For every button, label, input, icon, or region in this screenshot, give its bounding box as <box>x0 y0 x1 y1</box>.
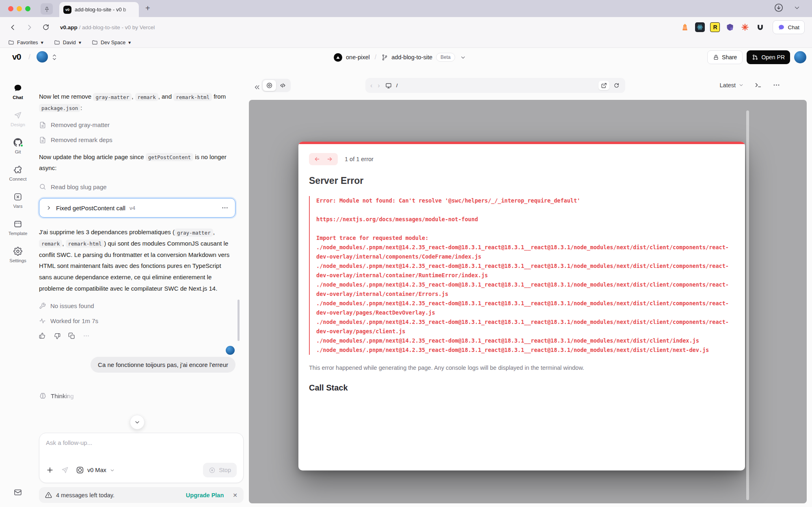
previous-error-icon[interactable] <box>314 156 320 162</box>
refresh-preview-icon[interactable] <box>612 81 621 90</box>
r-extension-icon[interactable]: R <box>710 22 720 32</box>
terminal-icon[interactable] <box>754 81 762 89</box>
v0-favicon: v0 <box>63 6 71 14</box>
error-pagination <box>309 153 338 165</box>
monitor-icon[interactable] <box>385 82 392 89</box>
project-chevron-icon[interactable] <box>460 54 466 60</box>
reload-button[interactable] <box>42 24 50 31</box>
design-mode-icon[interactable] <box>61 466 69 474</box>
chevron-down-icon[interactable] <box>793 4 801 11</box>
preview-back-icon[interactable]: ‹ <box>370 82 372 89</box>
copy-icon[interactable] <box>68 332 75 339</box>
version-selector[interactable]: Latest <box>720 82 744 88</box>
more-icon[interactable] <box>773 81 780 89</box>
upgrade-plan-link[interactable]: Upgrade Plan <box>186 492 224 498</box>
nav-item-git[interactable]: Git <box>0 138 36 165</box>
trace-line: ./node_modules/.pnpm/next@14.2.35_react-… <box>316 345 734 355</box>
more-icon[interactable] <box>221 204 229 211</box>
preview-eye-toggle[interactable] <box>263 80 276 91</box>
lighthouse-extension-icon[interactable] <box>680 22 690 32</box>
scroll-to-bottom-button[interactable] <box>130 415 145 429</box>
worked-for-row: Worked for 1m 7s <box>39 317 235 324</box>
v0-logo[interactable]: v0 <box>12 52 21 62</box>
nav-item-template[interactable]: Template <box>0 220 36 247</box>
git-status-dot <box>20 144 24 147</box>
next-error-icon[interactable] <box>326 156 333 162</box>
wrench-icon <box>39 302 46 309</box>
trace-line: ./node_modules/.pnpm/next@14.2.35_react-… <box>316 336 734 345</box>
git-branch-icon <box>381 54 388 61</box>
preview-forward-icon[interactable]: › <box>378 82 380 89</box>
file-icon <box>39 121 46 129</box>
project-name[interactable]: add-blog-to-site <box>391 54 432 60</box>
v0-max-icon <box>76 466 84 474</box>
user-avatar[interactable] <box>794 51 806 63</box>
pin-tab-icon[interactable] <box>41 3 53 15</box>
chat-scrollbar[interactable] <box>238 300 240 341</box>
assistant-message: J'ai supprime les 3 dependances problema… <box>39 227 235 294</box>
task-row[interactable]: Removed remark deps <box>39 136 235 144</box>
template-icon <box>13 220 22 229</box>
url-host: v0.app <box>60 24 78 30</box>
folder-icon <box>8 39 14 45</box>
minimize-window-button[interactable] <box>17 6 22 11</box>
stop-icon <box>209 467 216 474</box>
url-path: / add-blog-to-site - v0 by Vercel <box>78 24 155 30</box>
preview-path: / <box>396 82 398 88</box>
error-doc-link[interactable]: https://nextjs.org/docs/messages/module-… <box>316 215 734 224</box>
preview-viewport: 1 of 1 error Server Error Error: Module … <box>249 100 807 503</box>
feedback-mail-icon[interactable] <box>14 488 22 496</box>
address-bar[interactable]: v0.app / add-blog-to-site - v0 by Vercel <box>60 24 155 30</box>
nav-item-connect[interactable]: Connect <box>0 165 36 192</box>
back-button[interactable] <box>9 24 17 31</box>
close-window-button[interactable] <box>8 6 13 11</box>
preview-url-bar[interactable]: ‹ › / <box>365 78 625 93</box>
more-icon[interactable] <box>83 332 90 339</box>
react-devtools-extension-icon[interactable] <box>695 22 705 32</box>
workspace-avatar[interactable] <box>37 51 48 63</box>
add-attachment-icon[interactable] <box>46 466 54 474</box>
fix-version-card[interactable]: Fixed getPostContent call v4 <box>39 198 235 218</box>
bookmark-folder-favorites[interactable]: Favorites▾ <box>8 39 43 45</box>
chat-icon <box>13 84 22 93</box>
folder-icon <box>54 39 60 45</box>
nav-item-vars[interactable]: Vars <box>0 192 36 220</box>
quota-banner: 4 messages left today. Upgrade Plan ✕ <box>39 487 244 503</box>
u-extension-icon[interactable] <box>755 22 765 32</box>
open-pr-button[interactable]: Open PR <box>747 50 790 64</box>
bookmark-folder-david[interactable]: David▾ <box>54 39 81 45</box>
dismiss-quota-icon[interactable]: ✕ <box>233 492 238 498</box>
shield-extension-icon[interactable] <box>725 22 735 32</box>
new-tab-button[interactable]: + <box>145 4 150 13</box>
overlay-scrollbar[interactable] <box>746 110 749 500</box>
stop-button[interactable]: Stop <box>203 463 237 477</box>
starburst-extension-icon[interactable] <box>740 22 750 32</box>
share-button[interactable]: Share <box>707 50 743 64</box>
code-view-toggle[interactable] <box>276 80 289 91</box>
nav-item-chat[interactable]: Chat <box>0 84 36 111</box>
task-row[interactable]: Removed gray-matter <box>39 121 235 129</box>
zoom-window-button[interactable] <box>25 6 30 11</box>
open-external-icon[interactable] <box>598 81 609 90</box>
forward-button[interactable] <box>26 24 33 31</box>
collapse-panel-icon[interactable] <box>253 84 261 91</box>
user-message-bubble: Ca ne fonctionne toijours pas, j'ai enco… <box>91 357 235 373</box>
nextjs-error-overlay: 1 of 1 error Server Error Error: Module … <box>298 142 745 470</box>
thumbs-up-icon[interactable] <box>39 332 46 339</box>
chevron-right-icon <box>46 205 52 211</box>
thinking-indicator[interactable]: Thinking <box>39 392 235 400</box>
nav-item-settings[interactable]: Settings <box>0 247 36 274</box>
browser-chat-button[interactable]: Chat <box>773 20 805 34</box>
browser-tab[interactable]: v0 add-blog-to-site - v0 b <box>59 2 139 17</box>
downloads-icon[interactable] <box>774 3 784 13</box>
thumbs-down-icon[interactable] <box>54 332 60 339</box>
error-footnote: This error happened while generating the… <box>309 365 734 371</box>
search-task-row[interactable]: Read blog slug page <box>39 183 235 190</box>
model-selector[interactable]: v0 Max <box>76 466 115 474</box>
team-name[interactable]: one-pixel <box>346 54 370 60</box>
follow-up-input[interactable] <box>46 439 237 446</box>
workspace-selector-icon[interactable] <box>51 53 58 61</box>
bookmark-folder-dev-space[interactable]: Dev Space▾ <box>92 39 131 45</box>
fix-card-version: v4 <box>130 205 135 211</box>
focus-icon <box>266 82 273 89</box>
